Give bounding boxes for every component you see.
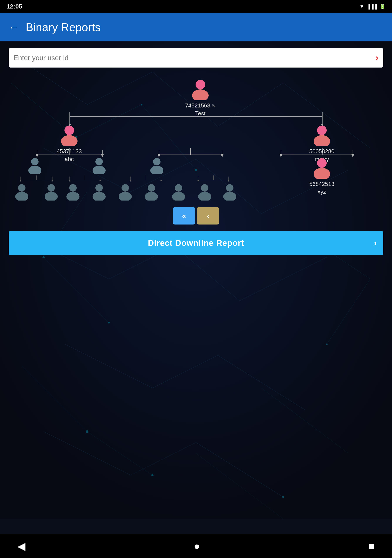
nav-back-button[interactable]: ◀ [17,540,26,552]
tree-node-l3-1[interactable] [43,183,60,201]
svg-point-101 [153,158,161,166]
svg-point-100 [93,166,106,174]
page-title: Binary Reports [26,21,101,34]
tree-node-l3-8[interactable] [221,183,239,201]
status-icons: ▼ ▐▐▐ 🔋 [359,4,385,9]
svg-point-98 [28,166,41,174]
prev-page-button[interactable]: ‹ [197,207,219,225]
svg-point-97 [31,158,39,166]
svg-point-120 [198,192,211,201]
tree-node-l2-1[interactable] [90,157,108,174]
avatar-l2-1 [90,157,108,174]
status-bar: 12:05 ▼ ▐▐▐ 🔋 [0,0,392,13]
nav-recents-button[interactable]: ■ [368,540,375,552]
svg-point-37 [326,343,328,345]
svg-marker-72 [51,180,53,182]
svg-point-96 [314,135,330,146]
svg-point-105 [18,184,26,192]
tree-node-l2-0[interactable] [26,157,43,174]
svg-point-121 [226,184,233,192]
svg-point-118 [172,192,185,201]
svg-point-114 [119,192,132,201]
svg-point-99 [95,158,103,166]
svg-point-91 [196,80,205,89]
avatar-l3-0 [13,183,31,201]
avatar-xyz [311,157,333,179]
tree-node-l3-5[interactable] [143,183,160,201]
tree-node-root[interactable]: 74521568 ↻ Test [185,78,216,117]
avatar-l3-2 [64,183,82,201]
node-label-abc: 45371133 abc [57,147,82,163]
svg-point-39 [282,496,284,498]
node-label-xyz: 56842513 xyz [309,180,334,196]
pagination-controls: « ‹ [9,207,383,225]
avatar-l2-0 [26,157,43,174]
svg-point-103 [317,158,327,168]
avatar-l3-4 [117,183,134,201]
bottom-nav: ◀ ● ■ [0,534,392,558]
battery-icon: 🔋 [380,4,385,9]
svg-marker-65 [280,154,282,157]
svg-point-92 [192,89,209,100]
svg-point-104 [314,168,330,179]
wifi-icon: ▼ [359,4,364,9]
svg-point-106 [15,192,28,201]
svg-marker-83 [130,180,132,182]
tree-node-l3-6[interactable] [170,183,187,201]
svg-marker-84 [160,180,162,182]
svg-point-40 [86,430,88,433]
tree-node-l3-2[interactable] [64,183,82,201]
svg-point-93 [64,126,74,135]
svg-point-35 [108,322,110,323]
svg-marker-66 [351,154,354,157]
tree-node-l3-7[interactable] [196,183,213,201]
svg-point-122 [223,192,236,201]
tree-node-l3-4[interactable] [117,183,134,201]
tree-container: 74521568 ↻ Test 45371133 abc [9,76,383,198]
search-submit-icon[interactable]: › [375,52,378,63]
avatar-l3-1 [43,183,60,201]
svg-point-113 [121,184,129,192]
signal-icon: ▐▐▐ [367,4,377,9]
svg-point-116 [145,192,158,201]
svg-marker-90 [228,180,230,182]
avatar-l2-2 [148,157,165,174]
first-page-button[interactable]: « [173,207,195,225]
svg-point-38 [151,474,153,476]
svg-point-102 [150,166,163,174]
search-bar: › [9,48,383,68]
svg-point-95 [317,126,327,135]
avatar-l3-6 [170,183,187,201]
svg-marker-71 [20,180,22,182]
svg-marker-78 [99,180,101,182]
svg-point-94 [61,135,77,146]
report-btn-label: Direct Downline Report [148,238,244,248]
back-button[interactable]: ← [9,21,19,33]
avatar-l3-8 [221,183,239,201]
svg-marker-77 [68,180,71,182]
tree-node-abc[interactable]: 45371133 abc [57,124,82,163]
avatar-l3-3 [90,183,108,201]
avatar-l3-5 [143,183,160,201]
tree-node-l3-0[interactable] [13,183,31,201]
svg-point-112 [93,192,106,201]
svg-point-110 [66,192,79,201]
svg-point-107 [47,184,55,192]
svg-point-34 [43,256,45,258]
tree-node-l3-3[interactable] [90,183,108,201]
top-bar: ← Binary Reports [0,13,392,41]
node-label-root: 74521568 ↻ Test [185,102,216,117]
svg-point-117 [175,184,182,192]
svg-point-108 [45,192,58,201]
report-btn-arrow-icon: › [374,238,377,248]
tree-node-xyz[interactable]: 56842513 xyz [309,157,334,196]
avatar-abc [58,124,80,146]
svg-point-115 [148,184,155,192]
tree-node-l2-2[interactable] [148,157,165,174]
user-id-input[interactable] [14,54,375,62]
main-content: › [0,41,392,255]
direct-downline-report-button[interactable]: Direct Downline Report › [9,231,383,255]
nav-home-button[interactable]: ● [194,540,200,552]
svg-marker-89 [197,180,199,182]
avatar-root [189,78,211,100]
